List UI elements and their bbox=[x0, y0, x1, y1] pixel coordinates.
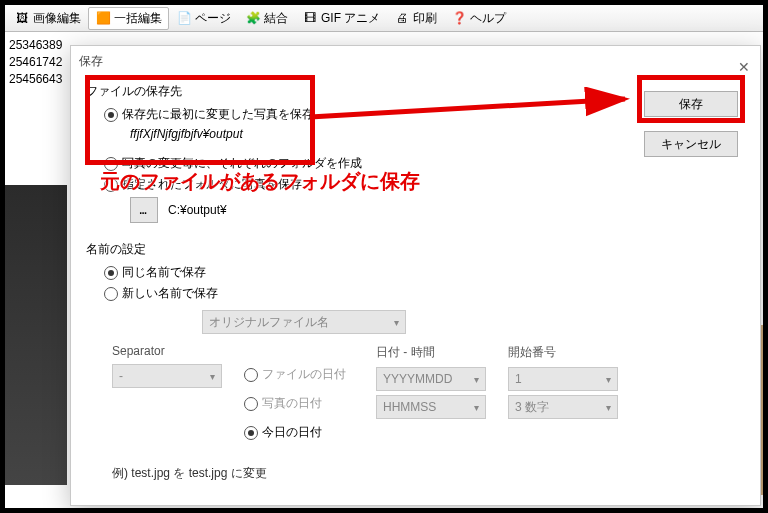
toolbar-item-GIF アニメ[interactable]: 🎞GIF アニメ bbox=[295, 7, 387, 30]
image-backdrop bbox=[5, 185, 67, 485]
specified-folder-path: C:¥output¥ bbox=[168, 203, 227, 217]
dest-opt-per-change[interactable]: 写真の変更毎に、それぞれのフォルダを作成 bbox=[104, 155, 745, 172]
chevron-down-icon: ▾ bbox=[210, 371, 215, 382]
digits-value: 3 数字 bbox=[515, 399, 549, 416]
start-number-col: 開始番号 1 ▾ 3 数字 ▾ bbox=[508, 344, 618, 419]
close-icon[interactable]: ✕ bbox=[738, 52, 750, 82]
name-opt-new-label: 新しい名前で保存 bbox=[122, 285, 218, 302]
separator-col: Separator - ▾ bbox=[112, 344, 222, 388]
radio-icon bbox=[244, 368, 258, 382]
separator-label: Separator bbox=[112, 344, 222, 358]
toolbar-icon: 🎞 bbox=[302, 10, 318, 26]
date-src-file[interactable]: ファイルの日付 bbox=[244, 366, 354, 383]
separator-value: - bbox=[119, 369, 123, 383]
save-dialog: 保存 ✕ ファイルの保存先 保存先に最初に変更した写真を保存 ffjfXjfNj… bbox=[70, 45, 761, 506]
dest-opt-specified[interactable]: 指定されたフォルダに写真を保存 bbox=[104, 176, 745, 193]
toolbar-icon: 🧩 bbox=[245, 10, 261, 26]
name-opt-new[interactable]: 新しい名前で保存 bbox=[104, 285, 745, 302]
filename-select-value: オリジナルファイル名 bbox=[209, 314, 329, 331]
name-opt-same[interactable]: 同じ名前で保存 bbox=[104, 264, 745, 281]
date-fmt-col: 日付 - 時間 YYYYMMDD ▾ HHMMSS ▾ bbox=[376, 344, 486, 419]
date-format-value: YYYYMMDD bbox=[383, 372, 452, 386]
toolbar-item-label: 一括編集 bbox=[114, 10, 162, 27]
toolbar-icon: 🖼 bbox=[14, 10, 30, 26]
toolbar-item-印刷[interactable]: 🖨印刷 bbox=[387, 7, 444, 30]
radio-icon bbox=[104, 266, 118, 280]
chevron-down-icon: ▾ bbox=[394, 317, 399, 328]
rename-example: 例) test.jpg を test.jpg に変更 bbox=[112, 465, 745, 482]
cancel-button-label: キャンセル bbox=[661, 136, 721, 153]
toolbar-icon: 📄 bbox=[176, 10, 192, 26]
toolbar-item-ヘルプ[interactable]: ❓ヘルプ bbox=[444, 7, 513, 30]
start-number-select[interactable]: 1 ▾ bbox=[508, 367, 618, 391]
toolbar-item-label: ヘルプ bbox=[470, 10, 506, 27]
radio-icon bbox=[104, 178, 118, 192]
date-fmt-label: 日付 - 時間 bbox=[376, 344, 486, 361]
browse-folder-button[interactable]: … bbox=[130, 197, 158, 223]
date-src-photo[interactable]: 写真の日付 bbox=[244, 395, 354, 412]
toolbar-item-label: 画像編集 bbox=[33, 10, 81, 27]
toolbar-item-label: ページ bbox=[195, 10, 231, 27]
toolbar-item-label: 印刷 bbox=[413, 10, 437, 27]
radio-icon bbox=[244, 426, 258, 440]
start-number-label: 開始番号 bbox=[508, 344, 618, 361]
name-opt-same-label: 同じ名前で保存 bbox=[122, 264, 206, 281]
date-src-photo-label: 写真の日付 bbox=[262, 395, 322, 412]
toolbar-item-label: 結合 bbox=[264, 10, 288, 27]
ellipsis-icon: … bbox=[139, 203, 148, 217]
dest-opt-specified-label: 指定されたフォルダに写真を保存 bbox=[122, 176, 302, 193]
dialog-title-bar: 保存 ✕ bbox=[71, 46, 760, 76]
time-format-value: HHMMSS bbox=[383, 400, 436, 414]
toolbar: 🖼画像編集🟧一括編集📄ページ🧩結合🎞GIF アニメ🖨印刷❓ヘルプ bbox=[5, 5, 763, 32]
file-list: 253463892546174225456643 bbox=[5, 37, 71, 88]
toolbar-item-ページ[interactable]: 📄ページ bbox=[169, 7, 238, 30]
toolbar-item-一括編集[interactable]: 🟧一括編集 bbox=[88, 7, 169, 30]
list-item[interactable]: 25346389 bbox=[9, 37, 71, 54]
save-button-label: 保存 bbox=[679, 96, 703, 113]
toolbar-icon: ❓ bbox=[451, 10, 467, 26]
chevron-down-icon: ▾ bbox=[606, 402, 611, 413]
dialog-title: 保存 bbox=[79, 54, 103, 68]
radio-icon bbox=[104, 287, 118, 301]
dest-opt-original-label: 保存先に最初に変更した写真を保存 bbox=[122, 106, 314, 123]
chevron-down-icon: ▾ bbox=[474, 374, 479, 385]
dialog-actions: 保存 キャンセル bbox=[644, 91, 738, 157]
chevron-down-icon: ▾ bbox=[606, 374, 611, 385]
list-item[interactable]: 25461742 bbox=[9, 54, 71, 71]
toolbar-item-結合[interactable]: 🧩結合 bbox=[238, 7, 295, 30]
filename-select[interactable]: オリジナルファイル名 ▾ bbox=[202, 310, 406, 334]
date-src-today[interactable]: 今日の日付 bbox=[244, 424, 354, 441]
radio-icon bbox=[244, 397, 258, 411]
toolbar-icon: 🖨 bbox=[394, 10, 410, 26]
date-format-select[interactable]: YYYYMMDD ▾ bbox=[376, 367, 486, 391]
save-button[interactable]: 保存 bbox=[644, 91, 738, 117]
separator-select[interactable]: - ▾ bbox=[112, 364, 222, 388]
toolbar-item-画像編集[interactable]: 🖼画像編集 bbox=[7, 7, 88, 30]
date-src-file-label: ファイルの日付 bbox=[262, 366, 346, 383]
name-legend: 名前の設定 bbox=[86, 241, 745, 258]
cancel-button[interactable]: キャンセル bbox=[644, 131, 738, 157]
time-format-select[interactable]: HHMMSS ▾ bbox=[376, 395, 486, 419]
toolbar-item-label: GIF アニメ bbox=[321, 10, 380, 27]
dest-opt-per-change-label: 写真の変更毎に、それぞれのフォルダを作成 bbox=[122, 155, 362, 172]
radio-icon bbox=[104, 108, 118, 122]
radio-icon bbox=[104, 157, 118, 171]
chevron-down-icon: ▾ bbox=[474, 402, 479, 413]
date-src-col: ファイルの日付 写真の日付 今日の日付 bbox=[244, 344, 354, 445]
digits-select[interactable]: 3 数字 ▾ bbox=[508, 395, 618, 419]
date-src-today-label: 今日の日付 bbox=[262, 424, 322, 441]
start-number-value: 1 bbox=[515, 372, 522, 386]
toolbar-icon: 🟧 bbox=[95, 10, 111, 26]
list-item[interactable]: 25456643 bbox=[9, 71, 71, 88]
